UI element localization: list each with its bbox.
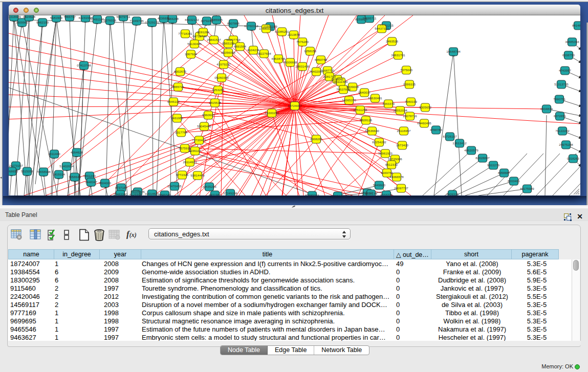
svg-text:93814449: 93814449	[190, 173, 205, 177]
svg-text:57249208: 57249208	[223, 191, 237, 195]
svg-text:48620579: 48620579	[464, 148, 478, 152]
svg-text:77718341: 77718341	[178, 32, 192, 35]
svg-text:6691564: 6691564	[234, 45, 247, 48]
svg-text:1415618: 1415618	[209, 101, 222, 104]
svg-text:18724007: 18724007	[288, 104, 302, 107]
svg-text:51313735: 51313735	[554, 82, 569, 86]
svg-text:71049746: 71049746	[129, 19, 144, 23]
svg-text:49306668: 49306668	[283, 60, 297, 64]
svg-text:50961923: 50961923	[378, 151, 393, 155]
svg-text:6849340: 6849340	[159, 193, 171, 195]
svg-text:65632122: 65632122	[185, 18, 199, 21]
svg-text:0399315: 0399315	[403, 82, 416, 86]
svg-text:17880021: 17880021	[259, 27, 273, 30]
svg-text:27611256: 27611256	[353, 108, 367, 112]
svg-text:54437323: 54437323	[375, 27, 389, 30]
svg-text:0831240: 0831240	[83, 174, 96, 178]
svg-text:38831701: 38831701	[391, 53, 405, 57]
svg-text:5169784: 5169784	[381, 171, 394, 174]
svg-text:4104234: 4104234	[247, 48, 260, 52]
svg-text:6338750: 6338750	[562, 53, 575, 57]
svg-text:7343373: 7343373	[382, 102, 395, 105]
svg-text:0824628: 0824628	[23, 15, 36, 18]
svg-text:5515058: 5515058	[21, 169, 34, 173]
svg-text:72720429: 72720429	[192, 138, 206, 142]
svg-text:7865797: 7865797	[63, 15, 76, 18]
svg-text:6002675: 6002675	[174, 70, 187, 73]
svg-text:07529170: 07529170	[145, 20, 159, 24]
svg-text:93729306: 93729306	[388, 157, 402, 161]
svg-text:30552034: 30552034	[393, 108, 407, 112]
svg-text:24273167: 24273167	[9, 164, 23, 167]
svg-text:28831436: 28831436	[295, 64, 310, 68]
svg-text:6372651: 6372651	[554, 114, 567, 118]
svg-text:3909960: 3909960	[16, 20, 29, 24]
svg-text:74537838: 74537838	[336, 87, 351, 91]
svg-text:15300293: 15300293	[265, 111, 279, 115]
svg-text:8907866: 8907866	[227, 21, 240, 25]
svg-text:0431955: 0431955	[171, 116, 184, 120]
svg-text:8058887: 8058887	[498, 171, 511, 174]
svg-text:81086201: 81086201	[275, 30, 289, 33]
svg-text:02014620: 02014620	[145, 192, 159, 195]
svg-text:55979711: 55979711	[116, 15, 130, 18]
svg-text:0434839: 0434839	[540, 107, 553, 111]
svg-text:76122202: 76122202	[555, 129, 570, 133]
svg-text:1419314: 1419314	[53, 172, 66, 176]
svg-text:6512330: 6512330	[385, 163, 398, 166]
svg-text:82889093: 82889093	[305, 193, 319, 195]
svg-text:20097737: 20097737	[394, 186, 408, 190]
svg-text:49366578: 49366578	[389, 175, 404, 179]
svg-text:6772326: 6772326	[176, 173, 189, 177]
svg-text:6828126: 6828126	[360, 118, 373, 122]
svg-text:60207764: 60207764	[226, 38, 241, 41]
svg-text:2685995: 2685995	[210, 18, 223, 21]
svg-text:7409319: 7409319	[446, 192, 459, 195]
svg-text:7058649: 7058649	[69, 175, 81, 179]
svg-text:9022279: 9022279	[487, 163, 500, 167]
svg-text:8414852: 8414852	[572, 24, 580, 27]
svg-text:56130445: 56130445	[187, 42, 202, 46]
svg-text:2213878: 2213878	[288, 33, 300, 36]
svg-text:80175989: 80175989	[520, 187, 534, 190]
svg-text:3191284: 3191284	[197, 30, 210, 34]
svg-text:9482199: 9482199	[36, 20, 49, 24]
svg-text:30435205: 30435205	[202, 185, 216, 188]
svg-text:22470455: 22470455	[167, 184, 182, 188]
svg-text:1067924: 1067924	[185, 52, 198, 56]
svg-text:3268656: 3268656	[9, 169, 18, 173]
svg-text:13078716: 13078716	[403, 114, 417, 118]
svg-text:44634786: 44634786	[271, 57, 286, 60]
svg-text:4504000: 4504000	[99, 181, 112, 185]
svg-text:5276018: 5276018	[104, 18, 117, 22]
svg-text:17483380: 17483380	[113, 192, 127, 195]
svg-text:29975288: 29975288	[559, 143, 573, 146]
svg-text:61760313: 61760313	[244, 24, 258, 28]
svg-text:8033401: 8033401	[508, 179, 520, 183]
svg-text:38885393: 38885393	[565, 40, 579, 43]
svg-text:0317764: 0317764	[175, 130, 188, 134]
svg-text:4788783: 4788783	[430, 128, 443, 132]
svg-text:64460495: 64460495	[417, 121, 431, 125]
svg-text:14365370: 14365370	[342, 98, 356, 102]
svg-text:1673420: 1673420	[396, 143, 409, 147]
svg-text:01687731: 01687731	[320, 69, 335, 72]
svg-text:24595711: 24595711	[362, 16, 377, 20]
svg-text:2008261: 2008261	[310, 137, 323, 141]
svg-text:5449920: 5449920	[373, 183, 386, 187]
svg-text:2493516: 2493516	[386, 39, 399, 43]
svg-text:3448347: 3448347	[85, 180, 98, 184]
svg-text:41979237: 41979237	[216, 62, 231, 66]
svg-text:5181909: 5181909	[50, 16, 63, 19]
svg-text:83726167: 83726167	[443, 135, 457, 138]
svg-text:65630481: 65630481	[368, 96, 382, 100]
svg-text:4431982: 4431982	[209, 193, 222, 195]
svg-text:09260309: 09260309	[214, 76, 229, 79]
svg-text:6565150: 6565150	[222, 41, 235, 45]
svg-text:7684268: 7684268	[166, 17, 179, 20]
svg-text:8818174: 8818174	[365, 192, 378, 195]
svg-text:07413748: 07413748	[77, 63, 91, 67]
svg-text:29841537: 29841537	[207, 38, 221, 41]
svg-text:60536630: 60536630	[365, 129, 379, 133]
svg-text:86111489: 86111489	[334, 80, 348, 83]
